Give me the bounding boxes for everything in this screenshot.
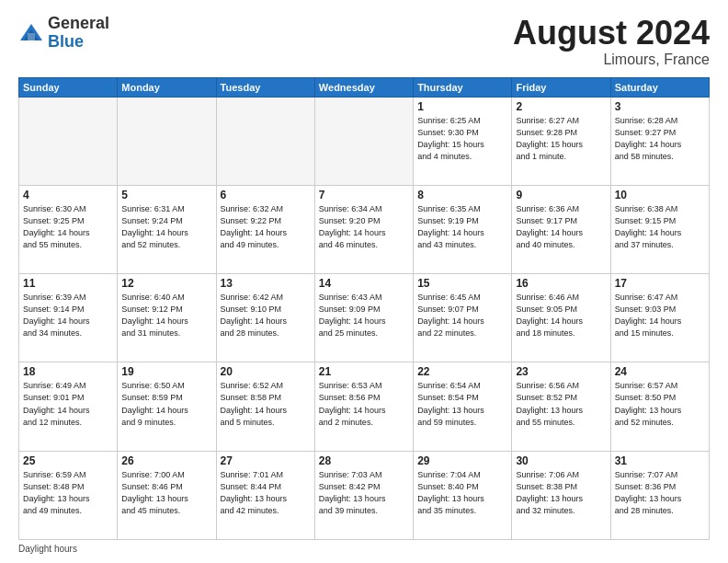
calendar-day-header: Saturday (610, 77, 709, 97)
calendar-cell: 30Sunrise: 7:06 AM Sunset: 8:38 PM Dayli… (512, 451, 610, 539)
calendar-cell: 10Sunrise: 6:38 AM Sunset: 9:15 PM Dayli… (610, 185, 709, 273)
calendar-week-row: 11Sunrise: 6:39 AM Sunset: 9:14 PM Dayli… (19, 274, 710, 362)
day-number: 23 (516, 365, 606, 378)
day-info: Sunrise: 6:30 AM Sunset: 9:25 PM Dayligh… (23, 203, 113, 251)
calendar-day-header: Monday (118, 77, 216, 97)
day-info: Sunrise: 6:40 AM Sunset: 9:12 PM Dayligh… (121, 292, 211, 339)
calendar-day-header: Sunday (19, 77, 118, 97)
calendar-cell: 24Sunrise: 6:57 AM Sunset: 8:50 PM Dayli… (610, 362, 709, 451)
day-info: Sunrise: 6:43 AM Sunset: 9:09 PM Dayligh… (319, 292, 409, 339)
logo-general: General (48, 15, 109, 33)
calendar-cell: 22Sunrise: 6:54 AM Sunset: 8:54 PM Dayli… (414, 362, 512, 451)
logo: General Blue (18, 15, 109, 52)
day-number: 9 (516, 189, 606, 201)
header: General Blue August 2024 Limours, France (18, 15, 710, 68)
day-info: Sunrise: 7:06 AM Sunset: 8:38 PM Dayligh… (516, 469, 606, 517)
day-number: 1 (417, 100, 507, 113)
day-number: 10 (615, 189, 705, 201)
calendar-cell: 21Sunrise: 6:53 AM Sunset: 8:56 PM Dayli… (314, 362, 413, 451)
calendar-header-row: SundayMondayTuesdayWednesdayThursdayFrid… (19, 77, 710, 97)
location: Limours, France (513, 52, 710, 68)
day-info: Sunrise: 6:54 AM Sunset: 8:54 PM Dayligh… (417, 380, 507, 428)
logo-text: General Blue (48, 15, 109, 52)
calendar-week-row: 4Sunrise: 6:30 AM Sunset: 9:25 PM Daylig… (19, 185, 710, 273)
calendar-cell: 7Sunrise: 6:34 AM Sunset: 9:20 PM Daylig… (314, 185, 413, 273)
calendar-cell: 26Sunrise: 7:00 AM Sunset: 8:46 PM Dayli… (118, 451, 216, 539)
day-info: Sunrise: 6:50 AM Sunset: 8:59 PM Dayligh… (121, 380, 211, 428)
day-info: Sunrise: 6:39 AM Sunset: 9:14 PM Dayligh… (23, 292, 113, 339)
day-info: Sunrise: 7:03 AM Sunset: 8:42 PM Dayligh… (319, 469, 409, 517)
day-info: Sunrise: 6:52 AM Sunset: 8:58 PM Dayligh… (221, 380, 311, 428)
day-info: Sunrise: 6:32 AM Sunset: 9:22 PM Dayligh… (221, 203, 311, 251)
day-number: 29 (417, 454, 507, 467)
calendar-cell (314, 97, 413, 185)
day-number: 31 (615, 454, 705, 467)
calendar-cell: 23Sunrise: 6:56 AM Sunset: 8:52 PM Dayli… (512, 362, 610, 451)
calendar-cell: 3Sunrise: 6:28 AM Sunset: 9:27 PM Daylig… (610, 97, 709, 185)
day-info: Sunrise: 6:28 AM Sunset: 9:27 PM Dayligh… (615, 115, 705, 163)
calendar-cell: 25Sunrise: 6:59 AM Sunset: 8:48 PM Dayli… (19, 451, 118, 539)
day-number: 18 (23, 365, 113, 378)
calendar-cell: 13Sunrise: 6:42 AM Sunset: 9:10 PM Dayli… (216, 274, 314, 362)
day-number: 3 (615, 100, 705, 113)
logo-icon (18, 20, 44, 46)
calendar-cell: 29Sunrise: 7:04 AM Sunset: 8:40 PM Dayli… (414, 451, 512, 539)
calendar-cell: 4Sunrise: 6:30 AM Sunset: 9:25 PM Daylig… (19, 185, 118, 273)
day-info: Sunrise: 6:42 AM Sunset: 9:10 PM Dayligh… (221, 292, 311, 339)
page: General Blue August 2024 Limours, France… (0, 0, 728, 563)
day-number: 21 (319, 365, 409, 378)
day-info: Sunrise: 6:56 AM Sunset: 8:52 PM Dayligh… (516, 380, 606, 428)
day-number: 14 (319, 277, 409, 290)
calendar-cell: 14Sunrise: 6:43 AM Sunset: 9:09 PM Dayli… (314, 274, 413, 362)
svg-rect-2 (28, 33, 35, 40)
day-info: Sunrise: 6:47 AM Sunset: 9:03 PM Dayligh… (615, 292, 705, 339)
footer: Daylight hours (18, 544, 710, 554)
day-number: 17 (615, 277, 705, 290)
calendar-week-row: 25Sunrise: 6:59 AM Sunset: 8:48 PM Dayli… (19, 451, 710, 539)
calendar-cell: 2Sunrise: 6:27 AM Sunset: 9:28 PM Daylig… (512, 97, 610, 185)
title-block: August 2024 Limours, France (513, 15, 710, 68)
day-info: Sunrise: 6:27 AM Sunset: 9:28 PM Dayligh… (516, 115, 606, 163)
calendar-cell (216, 97, 314, 185)
day-info: Sunrise: 6:25 AM Sunset: 9:30 PM Dayligh… (417, 115, 507, 163)
calendar-cell: 16Sunrise: 6:46 AM Sunset: 9:05 PM Dayli… (512, 274, 610, 362)
calendar-day-header: Tuesday (216, 77, 314, 97)
day-info: Sunrise: 6:49 AM Sunset: 9:01 PM Dayligh… (23, 380, 113, 428)
calendar-day-header: Thursday (414, 77, 512, 97)
day-number: 8 (417, 189, 507, 201)
calendar-day-header: Wednesday (314, 77, 413, 97)
day-number: 6 (221, 189, 311, 201)
day-info: Sunrise: 6:36 AM Sunset: 9:17 PM Dayligh… (516, 203, 606, 251)
calendar-cell (118, 97, 216, 185)
day-number: 12 (121, 277, 211, 290)
calendar-cell: 5Sunrise: 6:31 AM Sunset: 9:24 PM Daylig… (118, 185, 216, 273)
logo-blue: Blue (48, 33, 109, 52)
day-number: 25 (23, 454, 113, 467)
month-year: August 2024 (513, 15, 710, 52)
day-number: 4 (23, 189, 113, 201)
day-number: 28 (319, 454, 409, 467)
day-info: Sunrise: 6:53 AM Sunset: 8:56 PM Dayligh… (319, 380, 409, 428)
calendar-cell (19, 97, 118, 185)
day-info: Sunrise: 7:07 AM Sunset: 8:36 PM Dayligh… (615, 469, 705, 517)
calendar-cell: 19Sunrise: 6:50 AM Sunset: 8:59 PM Dayli… (118, 362, 216, 451)
calendar-cell: 1Sunrise: 6:25 AM Sunset: 9:30 PM Daylig… (414, 97, 512, 185)
day-info: Sunrise: 6:46 AM Sunset: 9:05 PM Dayligh… (516, 292, 606, 339)
calendar-cell: 28Sunrise: 7:03 AM Sunset: 8:42 PM Dayli… (314, 451, 413, 539)
calendar-week-row: 1Sunrise: 6:25 AM Sunset: 9:30 PM Daylig… (19, 97, 710, 185)
calendar-cell: 31Sunrise: 7:07 AM Sunset: 8:36 PM Dayli… (610, 451, 709, 539)
calendar-cell: 12Sunrise: 6:40 AM Sunset: 9:12 PM Dayli… (118, 274, 216, 362)
day-info: Sunrise: 6:35 AM Sunset: 9:19 PM Dayligh… (417, 203, 507, 251)
day-number: 15 (417, 277, 507, 290)
day-number: 30 (516, 454, 606, 467)
day-number: 13 (221, 277, 311, 290)
day-info: Sunrise: 6:38 AM Sunset: 9:15 PM Dayligh… (615, 203, 705, 251)
calendar-cell: 9Sunrise: 6:36 AM Sunset: 9:17 PM Daylig… (512, 185, 610, 273)
day-number: 11 (23, 277, 113, 290)
calendar-cell: 11Sunrise: 6:39 AM Sunset: 9:14 PM Dayli… (19, 274, 118, 362)
calendar-cell: 15Sunrise: 6:45 AM Sunset: 9:07 PM Dayli… (414, 274, 512, 362)
day-info: Sunrise: 6:57 AM Sunset: 8:50 PM Dayligh… (615, 380, 705, 428)
day-info: Sunrise: 6:45 AM Sunset: 9:07 PM Dayligh… (417, 292, 507, 339)
day-number: 16 (516, 277, 606, 290)
day-number: 19 (121, 365, 211, 378)
